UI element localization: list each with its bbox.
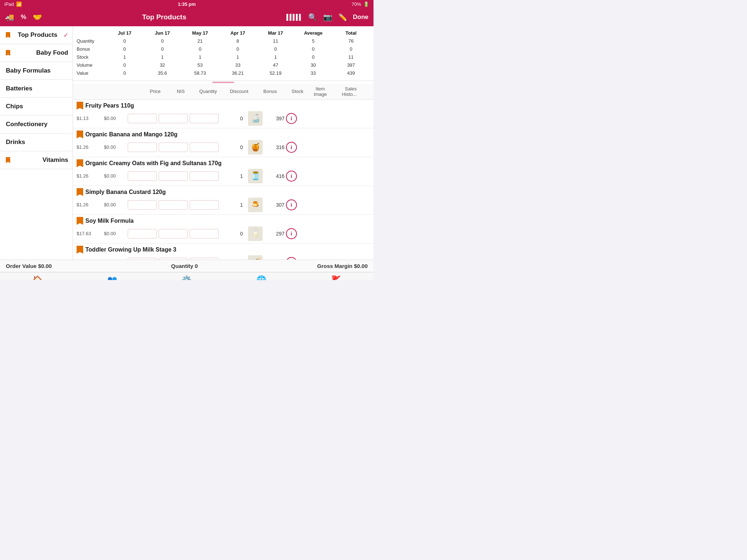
summary-cell: 0 xyxy=(106,69,143,77)
product-stock-value: 0 xyxy=(221,144,244,150)
sidebar-item-vitamins[interactable]: Vitamins xyxy=(0,151,73,169)
device-label: iPad xyxy=(4,1,14,7)
summary-col-header: May 17 xyxy=(181,29,219,37)
product-bonus-input[interactable] xyxy=(190,229,219,238)
product-discount-input[interactable] xyxy=(159,171,188,181)
summary-cell: 58.73 xyxy=(181,69,219,77)
sidebar-item-baby-food[interactable]: Baby Food xyxy=(0,44,73,62)
summary-cell: 0 xyxy=(332,45,370,53)
gross-margin-value: $0.00 xyxy=(354,263,368,269)
summary-cell: 32 xyxy=(143,61,181,69)
product-name: Toddler Growing Up Milk Stage 3 xyxy=(85,246,370,253)
product-bookmark-icon xyxy=(77,159,83,167)
product-nis: $0.00 xyxy=(104,144,128,150)
product-stock-value: 0 xyxy=(221,116,244,121)
percent-icon[interactable]: % xyxy=(21,13,26,21)
tab-details[interactable]: 🏠 Details xyxy=(0,272,75,280)
summary-cell: 0 xyxy=(257,45,294,53)
product-price: $1.26 xyxy=(77,173,104,179)
handshake-icon[interactable]: 🤝 xyxy=(33,13,42,22)
product-quantity-input[interactable] xyxy=(128,171,157,181)
product-discount-input[interactable] xyxy=(159,143,188,152)
product-bookmark-icon xyxy=(77,131,83,139)
summary-cell: 76 xyxy=(332,37,370,45)
tab-call[interactable]: 🚩 Call xyxy=(299,272,374,280)
summary-cell: 0 xyxy=(294,45,332,53)
product-bonus-input[interactable] xyxy=(190,114,219,123)
product-item-1: Organic Banana and Mango 120g $1.26 $0.0… xyxy=(73,128,374,157)
call-tab-icon: 🚩 xyxy=(331,275,341,280)
product-discount-input[interactable] xyxy=(159,200,188,210)
product-image: 🫙 xyxy=(248,169,263,183)
product-discount-input[interactable] xyxy=(159,229,188,238)
scroll-indicator xyxy=(212,82,234,83)
done-button[interactable]: Done xyxy=(353,13,369,21)
nav-title: Top Products xyxy=(142,13,186,21)
product-info-button[interactable]: i xyxy=(286,113,297,124)
summary-col-header: Apr 17 xyxy=(219,29,256,37)
summary-cell: 33 xyxy=(294,69,332,77)
summary-cell: 0 xyxy=(106,61,143,69)
sidebar-item-top-products[interactable]: Top Products✓ xyxy=(0,26,73,44)
product-info-button[interactable]: i xyxy=(286,228,297,239)
summary-table: Jul 17Jun 17May 17Apr 17Mar 17AverageTot… xyxy=(73,26,374,81)
barcode-icon[interactable]: ▌▌▌▌▌ xyxy=(286,14,302,21)
product-bonus-input[interactable] xyxy=(190,258,219,260)
truck-icon[interactable]: 🚚 xyxy=(5,13,14,22)
product-price: $1.13 xyxy=(77,116,104,121)
product-quantity-input[interactable] xyxy=(128,114,157,123)
product-info-button[interactable]: i xyxy=(286,257,297,260)
nav-left-icons: 🚚 % 🤝 xyxy=(5,13,42,22)
product-info-button[interactable]: i xyxy=(286,199,297,210)
product-discount-input[interactable] xyxy=(159,114,188,123)
product-nis: $0.00 xyxy=(104,231,128,236)
product-bonus-input[interactable] xyxy=(190,200,219,210)
bookmark-icon xyxy=(6,50,10,56)
bookmark-icon xyxy=(6,32,10,38)
product-bookmark-icon xyxy=(77,217,83,225)
summary-cell: 21 xyxy=(181,37,219,45)
product-sales-value: 397 xyxy=(266,116,285,121)
product-sales-value: 316 xyxy=(266,144,285,150)
contacts-tab-icon: 👥 xyxy=(107,275,117,280)
summary-cell: 0 xyxy=(143,45,181,53)
product-quantity-input[interactable] xyxy=(128,229,157,238)
product-discount-input[interactable] xyxy=(159,258,188,260)
sidebar-item-label: Vitamins xyxy=(42,156,68,164)
search-icon[interactable]: 🔍 xyxy=(308,13,317,22)
sidebar-item-baby-formulas[interactable]: Baby Formulas xyxy=(0,62,73,80)
edit-icon[interactable]: ✏️ xyxy=(338,13,347,22)
tab-attributes[interactable]: ⚙️ Attributes xyxy=(150,272,224,280)
product-image: 🍮 xyxy=(248,198,263,212)
summary-row-volume: Volume03253334730397 xyxy=(77,61,370,69)
product-quantity-input[interactable] xyxy=(128,258,157,260)
tab-contacts[interactable]: 👥 Contacts xyxy=(75,272,150,280)
product-bonus-input[interactable] xyxy=(190,143,219,152)
content-area: Jul 17Jun 17May 17Apr 17Mar 17AverageTot… xyxy=(73,26,374,260)
order-value: $0.00 xyxy=(38,263,52,269)
camera-icon[interactable]: 📷 xyxy=(323,13,332,22)
product-stock-value: 1 xyxy=(221,202,244,208)
gross-margin-label: Gross Margin xyxy=(317,263,353,269)
product-name: Organic Creamy Oats with Fig and Sultana… xyxy=(85,160,370,167)
sidebar-item-confectionery[interactable]: Confectionery xyxy=(0,116,73,133)
product-quantity-input[interactable] xyxy=(128,143,157,152)
product-bookmark-icon xyxy=(77,102,83,110)
summary-cell: 1 xyxy=(143,53,181,61)
summary-cell: 0 xyxy=(106,45,143,53)
tab-location[interactable]: 🌐 Location xyxy=(224,272,299,280)
summary-col-header: Jul 17 xyxy=(106,29,143,37)
sidebar-item-chips[interactable]: Chips xyxy=(0,98,73,116)
sidebar-item-drinks[interactable]: Drinks xyxy=(0,133,73,151)
product-bonus-input[interactable] xyxy=(190,171,219,181)
sidebar-item-batteries[interactable]: Batteries xyxy=(0,80,73,98)
product-price: $1.26 xyxy=(77,144,104,150)
summary-col-header: Average xyxy=(294,29,332,37)
product-quantity-input[interactable] xyxy=(128,200,157,210)
product-info-button[interactable]: i xyxy=(286,142,297,153)
col-header-sales: Sales Histo... xyxy=(331,86,357,97)
product-info-button[interactable]: i xyxy=(286,171,297,182)
summary-row-value: Value035.658.7336.2152.1933439 xyxy=(77,69,370,77)
summary-row-label: Stock xyxy=(77,53,106,61)
summary-cell: 36.21 xyxy=(219,69,256,77)
